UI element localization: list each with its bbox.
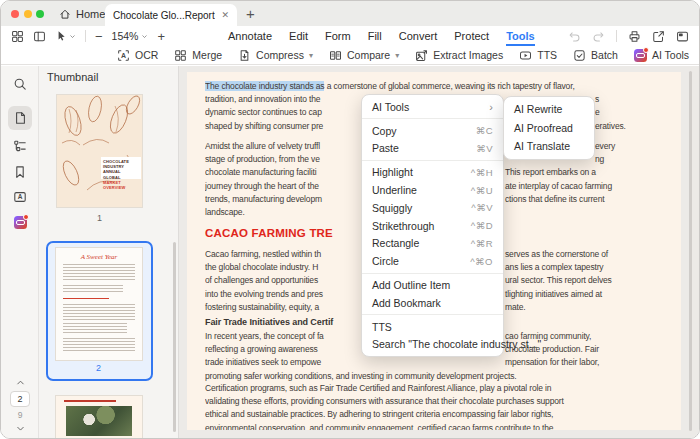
context-menu-item-ai-tools[interactable]: AI Tools›	[362, 98, 503, 116]
cover-title-box: CHOCOLATE INDUSTRY ANNUAL GLOBAL MARKET …	[101, 157, 141, 179]
new-tab-button[interactable]: +	[244, 3, 257, 24]
context-menu-item-squiggly[interactable]: Squiggly^⌘V	[362, 199, 503, 217]
rail-bookmark-button[interactable]	[8, 160, 32, 184]
text-fragment-right: serves as the cornerstone of	[505, 249, 608, 259]
text-line: promoting safer working conditions, and …	[205, 371, 663, 384]
text-fragment-left: trade initiatives seek to empowe	[205, 357, 321, 367]
close-tab-icon[interactable]: ✕	[221, 11, 229, 20]
tool-ocr-button[interactable]: AOCR	[117, 49, 158, 62]
bookmark-icon	[13, 165, 27, 179]
menu-convert[interactable]: Convert	[399, 26, 438, 46]
menu-item-label: Underline	[372, 184, 417, 196]
text-fragment-left: the global chocolate industry. H	[205, 262, 318, 272]
layout-icon[interactable]	[676, 30, 689, 43]
page2-text-lines	[63, 338, 135, 352]
page-thumbnail-3[interactable]	[56, 396, 142, 439]
document-tab-label: Chocolate Glo...Report R3 (1)	[113, 10, 215, 21]
menu-item-label: Copy	[372, 125, 397, 137]
context-menu-item-strikethrough[interactable]: Strikethrough^⌘D	[362, 217, 503, 235]
menu-item-shortcut: ^⌘R	[471, 238, 493, 249]
page3-red-title	[64, 400, 116, 402]
app-grid-icon[interactable]	[11, 30, 24, 43]
search-icon	[13, 77, 27, 91]
menu-separator	[362, 314, 503, 315]
tool-compress-button[interactable]: Compress▾	[238, 49, 313, 62]
context-menu-item-paste[interactable]: Paste⌘V	[362, 140, 503, 158]
text-fragment: promoting safer working conditions, and …	[205, 371, 517, 381]
context-menu-item-search-the-chocolate-industry-st[interactable]: Search "The chocolate industry st..."	[362, 336, 503, 354]
extract-images-icon	[415, 49, 428, 62]
rail-outline-button[interactable]	[8, 134, 32, 158]
menu-item-label: Highlight	[372, 166, 413, 178]
merge-icon	[174, 49, 187, 62]
document-scrollbar[interactable]	[689, 71, 692, 431]
menu-item-shortcut: ^⌘U	[471, 185, 493, 196]
page2-script-title: A Sweet Year	[56, 253, 142, 261]
chevron-down-icon[interactable]	[15, 423, 26, 434]
menu-protect[interactable]: Protect	[454, 26, 489, 46]
panel-toggle-icon[interactable]	[33, 30, 46, 43]
svg-text:A: A	[121, 51, 126, 58]
menu-form[interactable]: Form	[325, 26, 351, 46]
submenu-item-ai-proofread[interactable]: AI Proofread	[504, 119, 594, 138]
tab-document[interactable]: Chocolate Glo...Report R3 (1) ✕	[105, 4, 237, 26]
tool-ai-tools-button[interactable]: AI Tools	[634, 49, 689, 62]
menu-item-label: Paste	[372, 142, 399, 154]
text-fragment-right: ate interplay of cacao farming	[505, 181, 612, 191]
share-icon[interactable]	[652, 30, 665, 43]
context-menu-item-underline[interactable]: Underline^⌘U	[362, 181, 503, 199]
tab-home[interactable]: Home	[53, 1, 111, 26]
thumbnail-icon	[13, 111, 27, 125]
close-window-button[interactable]	[11, 10, 19, 18]
print-icon[interactable]	[628, 30, 641, 43]
page-thumbnail-2[interactable]: A Sweet Year	[56, 248, 142, 360]
menu-edit[interactable]: Edit	[289, 26, 308, 46]
tool-tts-button[interactable]: TTS	[519, 49, 557, 62]
page-thumbnail-1[interactable]: CHOCOLATE INDUSTRY ANNUAL GLOBAL MARKET …	[57, 95, 142, 207]
select-tool-button[interactable]	[55, 30, 76, 42]
context-menu-item-add-bookmark[interactable]: Add Bookmark	[362, 294, 503, 312]
tool-compare-button[interactable]: Compare▾	[329, 49, 399, 62]
rail-search-button[interactable]	[8, 72, 32, 96]
zoom-in-button[interactable]: +	[157, 30, 165, 43]
rail-thumbnail-button[interactable]	[8, 106, 32, 130]
rail-annotation-button[interactable]: A	[8, 185, 32, 209]
zoom-level-control[interactable]: 154%	[112, 30, 149, 42]
text-fragment-left: reflecting a growing awareness	[205, 344, 318, 354]
menu-item-label: Add Bookmark	[372, 297, 441, 309]
menu-tools[interactable]: Tools	[506, 26, 535, 46]
zoom-out-button[interactable]: −	[95, 30, 103, 43]
menu-item-shortcut: ^⌘V	[471, 202, 493, 213]
tool-batch-button[interactable]: Batch	[573, 49, 618, 62]
tool-merge-button[interactable]: Merge	[174, 49, 222, 62]
minimize-window-button[interactable]	[24, 10, 32, 18]
titlebar: Home Chocolate Glo...Report R3 (1) ✕ +	[1, 1, 699, 26]
redo-icon[interactable]	[592, 30, 605, 43]
text-fragment: validating these efforts, providing cons…	[205, 396, 564, 406]
context-menu-item-add-outline-item[interactable]: Add Outline Item	[362, 276, 503, 294]
chevron-up-icon[interactable]	[15, 377, 26, 388]
menu-fill[interactable]: Fill	[368, 26, 382, 46]
context-menu-item-rectangle[interactable]: Rectangle^⌘R	[362, 235, 503, 253]
context-menu-item-highlight[interactable]: Highlight^⌘H	[362, 163, 503, 181]
menu-annotate[interactable]: Annotate	[228, 26, 272, 46]
thumbnail-scrollbar[interactable]	[173, 242, 176, 432]
submenu-item-ai-rewrite[interactable]: AI Rewrite	[504, 100, 594, 119]
rail-ai-button[interactable]	[8, 210, 32, 234]
context-menu-item-tts[interactable]: TTS	[362, 318, 503, 336]
text-fragment-right: ural sector. This report delves	[505, 275, 612, 285]
undo-icon[interactable]	[568, 30, 581, 43]
context-menu-item-circle[interactable]: Circle^⌘O	[362, 252, 503, 270]
page2-text-lines	[63, 285, 123, 294]
menu-item-label: Circle	[372, 255, 399, 267]
tool-extract-images-button[interactable]: Extract Images	[415, 49, 503, 62]
context-menu-item-copy[interactable]: Copy⌘C	[362, 122, 503, 140]
zoom-window-button[interactable]	[36, 10, 44, 18]
menu-item-label: Search "The chocolate industry st..."	[372, 338, 541, 350]
current-page-field[interactable]: 2	[10, 391, 30, 407]
text-fragment-right: mate.	[505, 302, 526, 312]
submenu-item-ai-translate[interactable]: AI Translate	[504, 137, 594, 156]
page2-text-lines	[63, 304, 135, 320]
text-fragment: environmental conservation, and communit…	[205, 423, 553, 430]
cover-title-line: MARKET OVERVIEW	[103, 180, 139, 190]
